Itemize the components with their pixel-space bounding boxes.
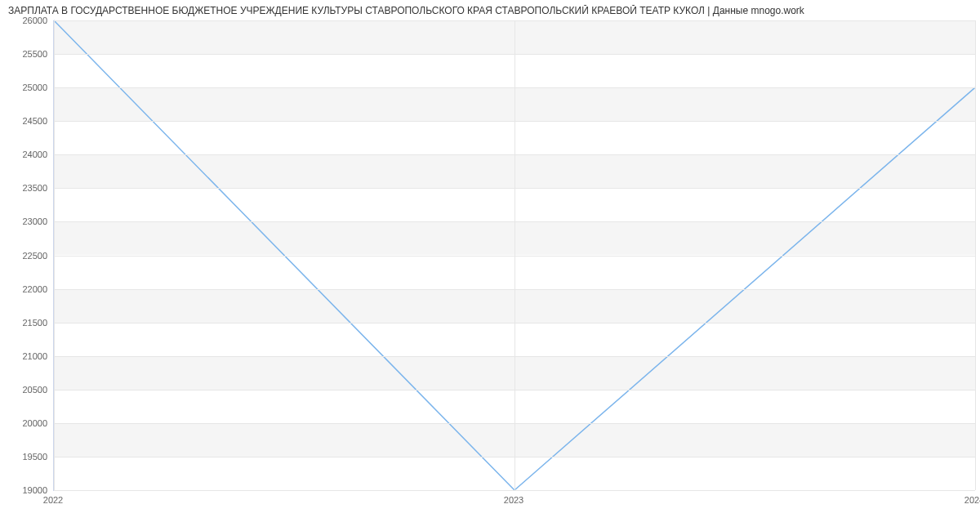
v-gridline bbox=[975, 20, 976, 490]
y-tick-label: 23500 bbox=[7, 183, 47, 193]
x-tick-label: 2022 bbox=[43, 495, 63, 505]
v-gridline bbox=[514, 20, 515, 490]
plot-area bbox=[53, 20, 975, 491]
y-tick-label: 19000 bbox=[7, 485, 47, 495]
y-tick-label: 21000 bbox=[7, 351, 47, 361]
y-tick-label: 25000 bbox=[7, 83, 47, 92]
y-tick-label: 20500 bbox=[7, 385, 47, 395]
y-tick-label: 21500 bbox=[7, 318, 47, 328]
y-tick-label: 26000 bbox=[7, 16, 47, 25]
y-tick-label: 24500 bbox=[7, 116, 47, 126]
y-tick-label: 24000 bbox=[7, 149, 47, 159]
v-gridline bbox=[54, 20, 55, 490]
x-tick-label: 2023 bbox=[504, 495, 523, 505]
y-tick-label: 19500 bbox=[7, 452, 47, 462]
x-tick-label: 2024 bbox=[964, 495, 980, 505]
y-tick-label: 25500 bbox=[7, 49, 47, 59]
y-tick-label: 22000 bbox=[7, 284, 47, 294]
h-gridline bbox=[54, 490, 975, 491]
y-tick-label: 23000 bbox=[7, 216, 47, 226]
salary-line-chart: ЗАРПЛАТА В ГОСУДАРСТВЕННОЕ БЮДЖЕТНОЕ УЧР… bbox=[0, 0, 980, 531]
chart-title: ЗАРПЛАТА В ГОСУДАРСТВЕННОЕ БЮДЖЕТНОЕ УЧР… bbox=[8, 5, 978, 16]
y-tick-label: 20000 bbox=[7, 418, 47, 428]
y-tick-label: 22500 bbox=[7, 251, 47, 261]
